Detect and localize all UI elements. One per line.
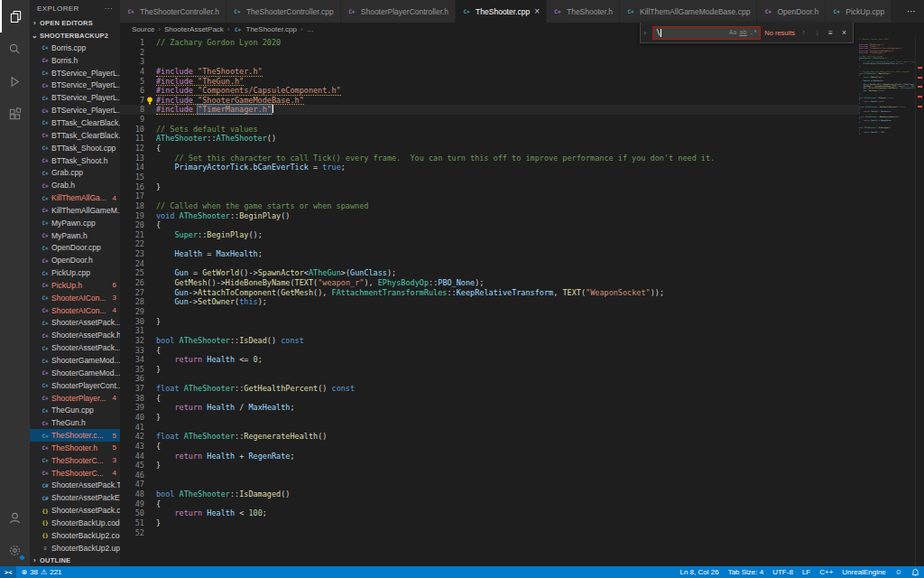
- line-number[interactable]: 42: [120, 432, 144, 442]
- code-line-9[interactable]: 9: [120, 115, 859, 125]
- line-number[interactable]: 33: [120, 346, 144, 356]
- find-next-icon[interactable]: ↓: [812, 28, 822, 37]
- line-number[interactable]: 16: [120, 182, 144, 192]
- code-line-52[interactable]: 52: [120, 528, 859, 538]
- code-line-36[interactable]: 36: [120, 374, 859, 384]
- file-item[interactable]: C+Borris.h: [30, 54, 120, 67]
- line-number[interactable]: 7: [120, 96, 144, 106]
- line-number[interactable]: 2: [120, 48, 144, 58]
- code-line-4[interactable]: 4#include "TheShooter.h": [120, 67, 859, 77]
- code-line-8[interactable]: 8#include "TimerManager.h": [120, 105, 859, 115]
- code-line-2[interactable]: 2: [120, 48, 859, 58]
- file-item[interactable]: ≡ShooterBackUp2.upr...: [30, 542, 120, 554]
- line-number[interactable]: 52: [120, 528, 144, 538]
- file-item[interactable]: C+BTTask_ClearBlack...: [30, 117, 120, 129]
- file-item[interactable]: C+BTService_PlayerL...: [30, 79, 120, 92]
- whole-word-icon[interactable]: ab: [739, 29, 746, 36]
- explorer-more-actions[interactable]: ···: [105, 5, 113, 13]
- file-item[interactable]: C+OpenDoor.cpp: [30, 242, 120, 255]
- run-debug-icon[interactable]: [0, 65, 30, 98]
- file-item[interactable]: C+TheGun.cpp: [30, 404, 120, 416]
- status-item[interactable]: LF: [798, 568, 815, 576]
- file-item[interactable]: {}ShooterAssetPack.co...: [30, 504, 120, 517]
- open-editors-section[interactable]: › OPEN EDITORS: [30, 16, 120, 29]
- code-line-50[interactable]: 50 return Health < 100;: [120, 508, 859, 518]
- code-line-41[interactable]: 41: [120, 423, 859, 433]
- tab-ShooterPlayerController.h[interactable]: C+ShooterPlayerController.h: [341, 0, 456, 23]
- file-item[interactable]: C+ShooterGameMod...: [30, 367, 120, 379]
- code-line-21[interactable]: 21 Super::BeginPlay();: [120, 230, 859, 240]
- line-number[interactable]: 3: [120, 57, 144, 67]
- file-item[interactable]: C+Grab.cpp: [30, 166, 120, 179]
- code-line-45[interactable]: 45}: [120, 461, 859, 471]
- line-number[interactable]: 24: [120, 259, 144, 269]
- minimap[interactable]: // Zachary Gordon Lyon 2020#include "The…: [859, 35, 915, 566]
- file-item[interactable]: C+Borris.cpp: [30, 42, 120, 54]
- code-line-32[interactable]: 32bool ATheShooter::IsDead() const: [120, 336, 859, 346]
- file-item[interactable]: C+MyPawn.h: [30, 229, 120, 242]
- line-number[interactable]: 44: [120, 452, 144, 461]
- line-number[interactable]: 22: [120, 239, 144, 249]
- code-line-26[interactable]: 26 GetMesh()->HideBoneByName(TEXT("weapo…: [120, 278, 859, 288]
- file-item[interactable]: C+OpenDoor.h: [30, 254, 120, 266]
- file-item[interactable]: C+TheShooterC...4: [30, 467, 120, 480]
- status-item[interactable]: Tab Size: 4: [724, 568, 769, 576]
- line-number[interactable]: 32: [120, 336, 144, 346]
- line-number[interactable]: 49: [120, 499, 144, 509]
- file-item[interactable]: C+MyPawn.cpp: [30, 217, 120, 229]
- line-number[interactable]: 17: [120, 191, 144, 201]
- line-number[interactable]: 10: [120, 125, 144, 135]
- code-line-27[interactable]: 27 Gun->AttachToComponent(GetMesh(), FAt…: [120, 288, 859, 298]
- line-number[interactable]: 35: [120, 365, 144, 375]
- find-close-icon[interactable]: ×: [839, 28, 849, 37]
- line-number[interactable]: 28: [120, 297, 144, 307]
- file-item[interactable]: C+Grab.h: [30, 179, 120, 191]
- file-item[interactable]: C+BTTask_ClearBlack...: [30, 129, 120, 142]
- line-number[interactable]: 40: [120, 413, 144, 423]
- code-line-19[interactable]: 19void ATheShooter::BeginPlay(): [120, 211, 859, 221]
- code-line-28[interactable]: 28 Gun->SetOwner(this);: [120, 297, 859, 307]
- line-number[interactable]: 37: [120, 384, 144, 394]
- file-item[interactable]: C+PickUp.h6: [30, 279, 120, 292]
- code-line-20[interactable]: 20{: [120, 220, 859, 230]
- line-number[interactable]: 41: [120, 423, 144, 433]
- code-line-22[interactable]: 22: [120, 239, 859, 249]
- file-item[interactable]: C+ShooterAICon...4: [30, 304, 120, 317]
- code-line-51[interactable]: 51}: [120, 518, 859, 528]
- file-item[interactable]: C#ShooterAssetPack.T...: [30, 480, 120, 492]
- file-item[interactable]: C+TheShooter.c...5: [30, 429, 120, 442]
- breadcrumb-item[interactable]: Source: [132, 25, 154, 33]
- line-number[interactable]: 34: [120, 355, 144, 365]
- line-number[interactable]: 6: [120, 86, 144, 96]
- status-item[interactable]: Ln 8, Col 26: [675, 568, 723, 576]
- line-number[interactable]: 13: [120, 154, 144, 163]
- code-line-24[interactable]: 24: [120, 259, 859, 269]
- regex-icon[interactable]: .*: [750, 29, 757, 36]
- tab-TheShooterController.h[interactable]: C+TheShooterController.h: [120, 0, 226, 23]
- outline-section[interactable]: › OUTLINE: [30, 554, 120, 566]
- breadcrumb-item[interactable]: C+TheShooter.cpp: [234, 25, 297, 33]
- editor-more-actions-icon[interactable]: ⋯: [899, 0, 924, 23]
- code-line-23[interactable]: 23 Health = MaxHealth;: [120, 249, 859, 259]
- tab-OpenDoor.h[interactable]: C+OpenDoor.h: [757, 0, 826, 23]
- line-number[interactable]: 29: [120, 307, 144, 317]
- line-number[interactable]: 15: [120, 172, 144, 182]
- line-number[interactable]: 9: [120, 115, 144, 125]
- code-line-44[interactable]: 44 return Health + RegenRate;: [120, 452, 859, 461]
- problems-indicator[interactable]: ⊗ 38 ⚠ 221: [16, 568, 66, 576]
- line-number[interactable]: 38: [120, 394, 144, 404]
- code-line-17[interactable]: 17: [120, 191, 859, 201]
- code-line-14[interactable]: 14 PrimaryActorTick.bCanEverTick = true;: [120, 163, 859, 172]
- line-number[interactable]: 39: [120, 403, 144, 413]
- tab-TheShooter.cpp[interactable]: C+TheShooter.cpp×: [456, 0, 547, 23]
- line-number[interactable]: 1: [120, 38, 144, 48]
- code-line-46[interactable]: 46: [120, 471, 859, 480]
- remote-indicator-icon[interactable]: ><: [0, 566, 16, 578]
- line-number[interactable]: 31: [120, 326, 144, 336]
- code-line-3[interactable]: 3: [120, 57, 859, 67]
- status-item[interactable]: UTF-8: [768, 568, 798, 576]
- line-number[interactable]: 5: [120, 77, 144, 87]
- breadcrumb-item[interactable]: ShooterAssetPack: [164, 25, 224, 33]
- code-line-18[interactable]: 18// Called when the game starts or when…: [120, 201, 859, 211]
- line-number[interactable]: 4: [120, 67, 144, 77]
